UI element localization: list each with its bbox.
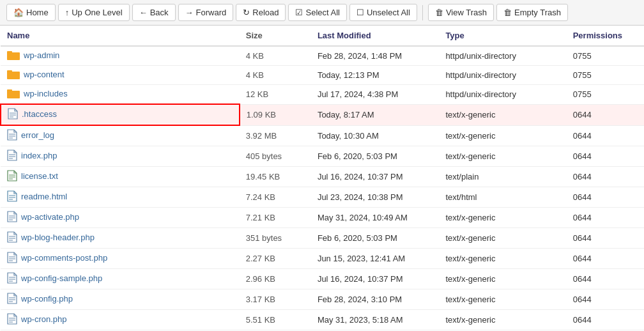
file-size: 2.27 KB [240, 249, 311, 269]
file-modified: Feb 28, 2024, 1:48 PM [311, 46, 440, 66]
file-name-cell: wp-comments-post.php [1, 249, 240, 269]
file-size: 19.45 KB [240, 167, 311, 187]
file-permissions: 0644 [567, 187, 644, 208]
back-label: Back [150, 8, 169, 17]
file-type: httpd/unix-directory [439, 46, 566, 66]
file-icon [7, 150, 17, 161]
table-row[interactable]: wp-blog-header.php351 bytesFeb 6, 2020, … [1, 228, 644, 249]
file-size: 1.09 KB [240, 104, 311, 125]
file-name-text: wp-config-sample.php [21, 273, 102, 283]
back-icon: ← [139, 8, 148, 17]
file-name-cell: wp-config-sample.php [1, 269, 240, 289]
file-size: 5.51 KB [240, 310, 311, 330]
column-header-modified[interactable]: Last Modified [311, 26, 440, 46]
file-list: wp-admin4 KBFeb 28, 2024, 1:48 PMhttpd/u… [1, 46, 644, 330]
table-row[interactable]: wp-comments-post.php2.27 KBJun 15, 2023,… [1, 249, 644, 269]
file-type: httpd/unix-directory [439, 85, 566, 105]
file-permissions: 0644 [567, 125, 644, 146]
select-all-button[interactable]: ☑ Select All [288, 4, 346, 21]
table-row[interactable]: .htaccess1.09 KBToday, 8:17 AMtext/x-gen… [1, 104, 644, 125]
table-row[interactable]: wp-config.php3.17 KBFeb 28, 2024, 3:10 P… [1, 289, 644, 310]
column-header-permissions[interactable]: Permissions [567, 26, 644, 46]
file-type: text/x-generic [439, 228, 566, 249]
table-row[interactable]: wp-includes12 KBJul 17, 2024, 4:38 PMhtt… [1, 85, 644, 105]
home-label: Home [26, 8, 49, 17]
file-name-cell: license.txt [1, 167, 240, 187]
file-name-text: wp-includes [24, 89, 68, 98]
table-row[interactable]: wp-cron.php5.51 KBMay 31, 2023, 5:18 AMt… [1, 310, 644, 330]
table-row[interactable]: wp-activate.php7.21 KBMay 31, 2024, 10:4… [1, 208, 644, 228]
file-modified: Today, 8:17 AM [311, 104, 440, 125]
forward-label: Forward [196, 8, 227, 17]
svg-rect-5 [7, 89, 12, 92]
file-icon [7, 170, 17, 181]
file-icon [7, 211, 17, 222]
file-permissions: 0644 [567, 269, 644, 289]
file-icon [7, 190, 17, 202]
unselect-all-button[interactable]: ☐ Unselect All [349, 4, 417, 21]
file-name-text: .htaccess [22, 109, 57, 119]
back-button[interactable]: ← Back [132, 4, 176, 21]
file-permissions: 0755 [567, 46, 644, 66]
file-name-cell: wp-cron.php [1, 310, 240, 330]
column-header-type[interactable]: Type [439, 26, 566, 46]
file-icon [7, 129, 17, 141]
file-table: Name Size Last Modified Type Permissions… [0, 26, 644, 330]
file-permissions: 0644 [567, 167, 644, 187]
table-row[interactable]: error_log3.92 MBToday, 10:30 AMtext/x-ge… [1, 125, 644, 146]
file-modified: Jul 23, 2024, 10:38 PM [311, 187, 440, 208]
table-row[interactable]: wp-config-sample.php2.96 KBJul 16, 2024,… [1, 269, 644, 289]
file-name-text: index.php [21, 151, 57, 160]
svg-rect-3 [7, 70, 12, 73]
up-label: Up One Level [72, 8, 123, 17]
table-row[interactable]: wp-admin4 KBFeb 28, 2024, 1:48 PMhttpd/u… [1, 46, 644, 66]
toolbar-divider [422, 5, 423, 20]
file-size: 2.96 KB [240, 269, 311, 289]
up-icon: ↑ [65, 8, 70, 17]
file-type: text/x-generic [439, 269, 566, 289]
file-type: text/x-generic [439, 310, 566, 330]
table-row[interactable]: license.txt19.45 KBJul 16, 2024, 10:37 P… [1, 167, 644, 187]
file-type: text/x-generic [439, 125, 566, 146]
file-name-cell: wp-blog-header.php [1, 228, 240, 249]
forward-button[interactable]: → Forward [178, 4, 234, 21]
table-row[interactable]: wp-content4 KBToday, 12:13 PMhttpd/unix-… [1, 66, 644, 85]
file-size: 4 KB [240, 46, 311, 66]
file-name-text: readme.html [21, 192, 67, 201]
empty-trash-button[interactable]: 🗑 Empty Trash [496, 4, 568, 21]
column-header-name[interactable]: Name [1, 26, 240, 46]
file-permissions: 0644 [567, 310, 644, 330]
column-header-size[interactable]: Size [240, 26, 311, 46]
file-modified: Feb 28, 2024, 3:10 PM [311, 289, 440, 310]
svg-rect-1 [7, 51, 12, 54]
table-row[interactable]: readme.html7.24 KBJul 23, 2024, 10:38 PM… [1, 187, 644, 208]
forward-icon: → [185, 8, 194, 17]
file-permissions: 0644 [567, 249, 644, 269]
table-row[interactable]: index.php405 bytesFeb 6, 2020, 5:03 PMte… [1, 146, 644, 167]
file-modified: Jul 16, 2024, 10:37 PM [311, 167, 440, 187]
file-modified: May 31, 2023, 5:18 AM [311, 310, 440, 330]
reload-button[interactable]: ↻ Reload [236, 4, 286, 21]
file-name-text: wp-admin [24, 50, 59, 60]
file-name-text: wp-config.php [21, 294, 73, 304]
view-trash-button[interactable]: 🗑 View Trash [428, 4, 494, 21]
file-name-cell: wp-content [1, 66, 240, 85]
file-type: text/x-generic [439, 289, 566, 310]
folder-icon [7, 50, 20, 60]
up-one-level-button[interactable]: ↑ Up One Level [58, 4, 130, 21]
file-name-text: error_log [21, 130, 54, 140]
file-name-cell: .htaccess [1, 104, 240, 125]
file-name-text: wp-content [24, 70, 65, 79]
file-modified: Jul 17, 2024, 4:38 PM [311, 85, 440, 105]
file-name-cell: wp-includes [1, 85, 240, 105]
trash-icon: 🗑 [435, 8, 443, 17]
unselect-all-label: Unselect All [367, 8, 410, 17]
empty-trash-icon: 🗑 [503, 8, 512, 17]
home-button[interactable]: 🏠 Home [6, 4, 56, 21]
checkbox-empty-icon: ☐ [356, 8, 364, 17]
file-type: text/plain [439, 167, 566, 187]
folder-icon [7, 88, 20, 98]
file-icon [8, 108, 18, 119]
file-icon [7, 313, 17, 325]
file-modified: Feb 6, 2020, 5:03 PM [311, 146, 440, 167]
